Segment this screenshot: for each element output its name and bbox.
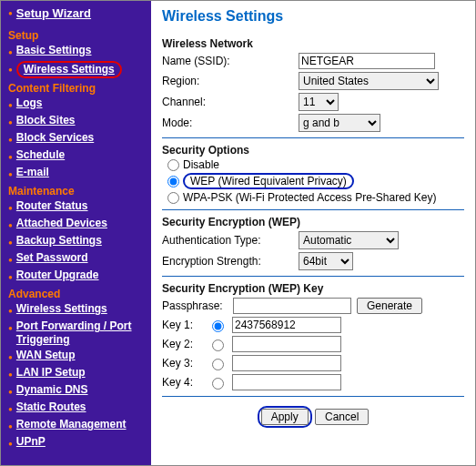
key-input[interactable] [232,336,341,352]
sidebar-item[interactable]: ●Block Services [8,131,151,147]
auth-select[interactable]: Automatic [299,231,399,249]
sidebar-item[interactable]: ●Schedule [8,148,151,164]
sidebar-item-label[interactable]: E-mail [16,166,49,179]
sidebar-item-label[interactable]: Router Status [16,199,88,213]
sidebar-item[interactable]: ●Attached Devices [8,217,151,232]
key-input[interactable] [232,355,341,371]
sidebar-item[interactable]: ●Router Upgrade [8,268,151,284]
sidebar-item[interactable]: ●Backup Settings [8,234,151,249]
radio-disable[interactable] [167,159,179,171]
key-row: Key 3: [162,355,464,371]
group-wep-key: Security Encryption (WEP) Key [162,282,464,295]
key-row: Key 1: [162,317,464,333]
sidebar-item-label[interactable]: Schedule [16,148,65,162]
sidebar-item-label[interactable]: Remote Management [16,418,127,431]
key-row: Key 4: [162,374,464,390]
sidebar-item[interactable]: ●E-mail [8,166,151,181]
bullet-icon: ● [8,253,13,267]
ssid-label: Name (SSID): [162,55,299,67]
passphrase-label: Passphrase: [162,299,228,312]
channel-select[interactable]: 11 [299,93,339,111]
sidebar-item-label[interactable]: UPnP [16,435,46,449]
key-radio[interactable] [212,378,224,390]
sidebar-item[interactable]: ●Basic Settings [8,44,151,59]
sidebar-item-label[interactable]: Static Routes [16,400,86,414]
sidebar-item-label[interactable]: Backup Settings [16,234,102,248]
bullet-icon: ● [8,304,13,318]
sidebar-item-label[interactable]: Wireless Settings [16,61,122,78]
sidebar-section-head: Advanced [8,288,151,300]
bullet-icon: ● [8,321,13,335]
sidebar: ● Setup Wizard Setup●Basic Settings●Wire… [1,1,151,465]
generate-button[interactable]: Generate [357,298,422,314]
bullet-icon: ● [8,9,13,17]
sidebar-item-label[interactable]: Attached Devices [16,217,107,230]
group-wep: Security Encryption (WEP) [162,216,464,228]
opt-wep[interactable]: WEP (Wired Equivalent Privacy) [167,173,464,189]
sidebar-item-label[interactable]: Router Upgrade [16,268,99,282]
sidebar-item-label[interactable]: Wireless Settings [16,302,107,316]
bullet-icon: ● [8,350,13,364]
sidebar-item-label[interactable]: Port Forwarding / Port Triggering [16,319,151,347]
mode-label: Mode: [162,116,299,129]
bullet-icon: ● [8,63,13,76]
key-input[interactable] [232,374,341,390]
bullet-icon: ● [8,46,13,59]
key-radio[interactable] [212,359,224,370]
bullet-icon: ● [8,133,13,147]
sidebar-item[interactable]: ●Logs [8,96,151,112]
sidebar-item[interactable]: ●UPnP [8,435,151,451]
bullet-icon: ● [8,218,13,232]
bullet-icon: ● [8,116,13,129]
radio-wep[interactable] [167,176,179,187]
key-label: Key 4: [162,376,202,389]
key-radio[interactable] [212,339,224,351]
key-input[interactable] [232,317,341,333]
key-radio[interactable] [212,320,224,332]
sidebar-item[interactable]: ●Port Forwarding / Port Triggering [8,319,151,347]
sidebar-item-label[interactable]: LAN IP Setup [16,366,86,380]
sidebar-item[interactable]: ●Set Password [8,251,151,267]
strength-select[interactable]: 64bit [299,252,353,270]
sidebar-item[interactable]: ●Wireless Settings [8,61,151,78]
bullet-icon: ● [8,385,13,399]
group-wireless-network: Wireless Network [162,37,464,50]
sidebar-item[interactable]: ●Remote Management [8,418,151,433]
bullet-icon: ● [8,98,13,112]
radio-wpa[interactable] [167,192,179,204]
separator [162,137,464,138]
sidebar-item[interactable]: ●Wireless Settings [8,302,151,318]
sidebar-item[interactable]: ●Router Status [8,199,151,215]
region-label: Region: [162,75,299,87]
sidebar-item-label[interactable]: Basic Settings [16,44,92,57]
mode-select[interactable]: g and b [299,114,380,132]
sidebar-item-label[interactable]: Set Password [16,251,88,265]
sidebar-item-label[interactable]: WAN Setup [16,349,76,362]
apply-button[interactable]: Apply [261,409,309,425]
bullet-icon: ● [8,270,13,284]
sidebar-item[interactable]: ●LAN IP Setup [8,366,151,381]
sidebar-item[interactable]: ●Dynamic DNS [8,383,151,399]
key-label: Key 2: [162,338,202,350]
sidebar-item[interactable]: ●Static Routes [8,400,151,416]
key-row: Key 2: [162,336,464,352]
page-title: Wireless Settings [162,8,464,25]
sidebar-item-label[interactable]: Block Sites [16,114,76,127]
opt-disable[interactable]: Disable [167,158,464,171]
sidebar-item-label[interactable]: Block Services [16,131,94,145]
separator [162,276,464,277]
ssid-input[interactable] [299,53,435,69]
opt-wpa[interactable]: WPA-PSK (Wi-Fi Protected Access Pre-Shar… [167,191,464,204]
sidebar-item-label[interactable]: Dynamic DNS [16,383,88,397]
region-select[interactable]: United States [299,72,439,90]
channel-label: Channel: [162,96,299,108]
passphrase-input[interactable] [233,298,351,314]
cancel-button[interactable]: Cancel [315,409,369,425]
sidebar-item-label[interactable]: Logs [16,96,43,110]
sidebar-section-head: Content Filtering [8,82,151,95]
separator [162,396,464,397]
sidebar-item[interactable]: ●WAN Setup [8,349,151,364]
bullet-icon: ● [8,236,13,249]
sidebar-item[interactable]: ●Block Sites [8,114,151,129]
sidebar-item-setup-wizard[interactable]: ● Setup Wizard [8,6,151,20]
